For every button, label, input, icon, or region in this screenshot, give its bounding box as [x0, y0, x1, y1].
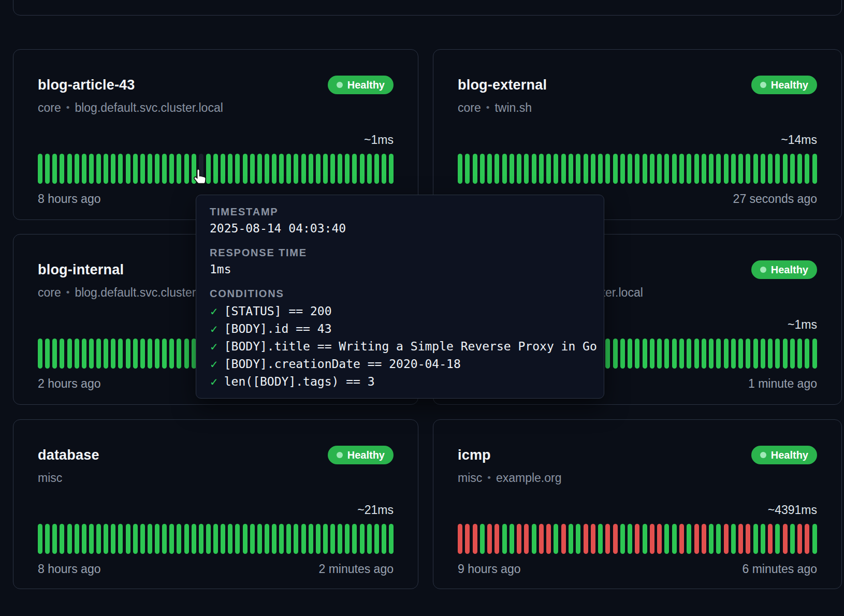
uptime-bar[interactable] — [257, 154, 262, 184]
uptime-bar[interactable] — [783, 524, 788, 554]
uptime-bar[interactable] — [316, 154, 321, 184]
uptime-bar[interactable] — [60, 339, 64, 369]
uptime-bar[interactable] — [709, 524, 714, 554]
uptime-bar[interactable] — [480, 524, 485, 554]
uptime-bar[interactable] — [598, 524, 603, 554]
uptime-bar[interactable] — [323, 524, 328, 554]
uptime-bar[interactable] — [75, 339, 79, 369]
uptime-bar[interactable] — [126, 154, 130, 184]
uptime-bar[interactable] — [60, 154, 64, 184]
uptime-bar[interactable] — [746, 339, 750, 369]
uptime-bar[interactable] — [797, 524, 802, 554]
uptime-bar[interactable] — [316, 524, 321, 554]
uptime-bar[interactable] — [628, 339, 632, 369]
uptime-bar[interactable] — [352, 524, 357, 554]
uptime-bar[interactable] — [162, 339, 167, 369]
uptime-bar[interactable] — [605, 154, 610, 184]
uptime-bar[interactable] — [374, 524, 379, 554]
uptime-bar[interactable] — [694, 524, 699, 554]
uptime-bar[interactable] — [52, 339, 57, 369]
uptime-bar[interactable] — [367, 154, 372, 184]
uptime-bar[interactable] — [67, 339, 72, 369]
uptime-bar[interactable] — [140, 154, 145, 184]
uptime-bar[interactable] — [206, 524, 211, 554]
uptime-bar[interactable] — [221, 524, 225, 554]
uptime-bar[interactable] — [301, 154, 306, 184]
uptime-bar[interactable] — [613, 524, 618, 554]
uptime-bar[interactable] — [184, 524, 189, 554]
uptime-bar[interactable] — [265, 524, 269, 554]
uptime-bar[interactable] — [598, 154, 603, 184]
uptime-bar[interactable] — [243, 524, 248, 554]
uptime-bar[interactable] — [235, 524, 240, 554]
uptime-bar[interactable] — [775, 154, 780, 184]
uptime-bar[interactable] — [679, 524, 684, 554]
uptime-bar[interactable] — [561, 524, 566, 554]
uptime-bar[interactable] — [184, 154, 189, 184]
uptime-bar[interactable] — [75, 524, 79, 554]
uptime-bar[interactable] — [812, 339, 817, 369]
uptime-bar[interactable] — [502, 154, 507, 184]
uptime-bar[interactable] — [52, 154, 57, 184]
uptime-bar[interactable] — [775, 339, 780, 369]
uptime-bar[interactable] — [309, 154, 313, 184]
uptime-bar[interactable] — [382, 154, 386, 184]
uptime-bar[interactable] — [569, 154, 573, 184]
uptime-bar[interactable] — [510, 154, 514, 184]
uptime-bar[interactable] — [783, 339, 788, 369]
uptime-bar[interactable] — [554, 154, 558, 184]
uptime-bar[interactable] — [805, 339, 809, 369]
uptime-bar[interactable] — [753, 524, 758, 554]
uptime-bar[interactable] — [687, 524, 691, 554]
uptime-bar[interactable] — [286, 524, 291, 554]
uptime-bar[interactable] — [702, 524, 706, 554]
uptime-bar[interactable] — [213, 524, 218, 554]
uptime-bar[interactable] — [790, 524, 795, 554]
uptime-bar[interactable] — [635, 154, 639, 184]
uptime-bar[interactable] — [753, 339, 758, 369]
uptime-bar[interactable] — [352, 154, 357, 184]
uptime-bar[interactable] — [286, 154, 291, 184]
uptime-bar[interactable] — [367, 524, 372, 554]
uptime-bar[interactable] — [272, 154, 277, 184]
uptime-bar[interactable] — [517, 154, 521, 184]
uptime-bar[interactable] — [250, 154, 255, 184]
uptime-bar[interactable] — [279, 524, 284, 554]
uptime-bar[interactable] — [650, 524, 654, 554]
uptime-bar[interactable] — [279, 154, 284, 184]
uptime-bar[interactable] — [338, 524, 342, 554]
uptime-bar[interactable] — [731, 339, 736, 369]
uptime-bar[interactable] — [797, 339, 802, 369]
uptime-bar[interactable] — [38, 339, 42, 369]
uptime-bar[interactable] — [783, 154, 788, 184]
uptime-bar[interactable] — [111, 339, 115, 369]
uptime-bar[interactable] — [812, 154, 817, 184]
uptime-bar[interactable] — [221, 154, 225, 184]
uptime-bar[interactable] — [797, 154, 802, 184]
uptime-bar[interactable] — [576, 154, 580, 184]
service-card[interactable]: icmpHealthymisc•example.org~4391ms9 hour… — [433, 419, 842, 589]
uptime-bar[interactable] — [628, 524, 632, 554]
uptime-bar[interactable] — [554, 524, 558, 554]
uptime-bar[interactable] — [664, 524, 669, 554]
uptime-bar[interactable] — [243, 154, 248, 184]
uptime-bar[interactable] — [60, 524, 64, 554]
uptime-bar[interactable] — [465, 154, 470, 184]
uptime-bar[interactable] — [702, 154, 706, 184]
uptime-bar[interactable] — [169, 524, 174, 554]
uptime-bar[interactable] — [775, 524, 780, 554]
uptime-bar[interactable] — [768, 339, 773, 369]
uptime-bar[interactable] — [524, 154, 529, 184]
uptime-bar[interactable] — [487, 524, 492, 554]
uptime-bar[interactable] — [672, 524, 677, 554]
uptime-bar[interactable] — [389, 524, 394, 554]
uptime-bar[interactable] — [140, 524, 145, 554]
uptime-bar[interactable] — [657, 339, 662, 369]
uptime-bar[interactable] — [45, 339, 50, 369]
uptime-bar[interactable] — [761, 154, 765, 184]
uptime-bar[interactable] — [96, 524, 101, 554]
uptime-bar[interactable] — [768, 154, 773, 184]
uptime-bar[interactable] — [738, 339, 743, 369]
uptime-bar[interactable] — [155, 339, 159, 369]
uptime-bar[interactable] — [177, 524, 181, 554]
